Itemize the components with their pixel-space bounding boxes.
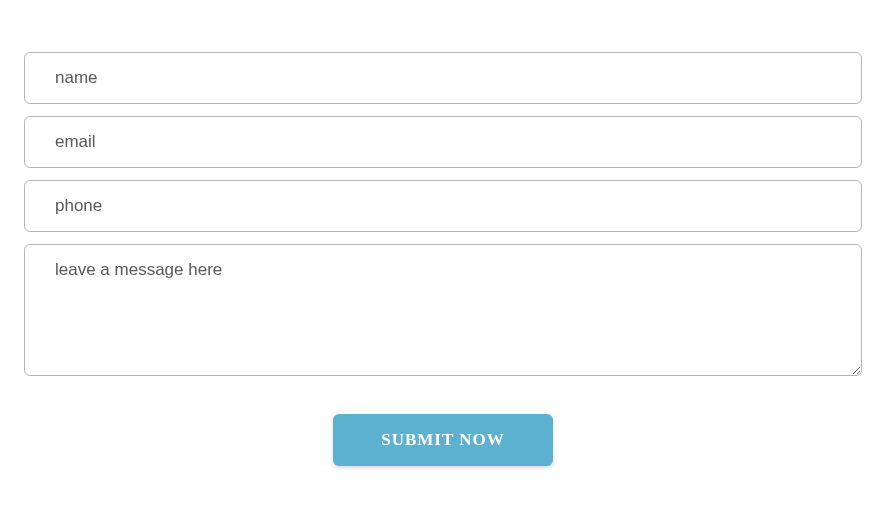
- submit-button[interactable]: SUBMIT NOW: [333, 414, 553, 466]
- message-textarea[interactable]: [24, 244, 862, 376]
- email-input[interactable]: [24, 116, 862, 168]
- submit-wrapper: SUBMIT NOW: [24, 414, 862, 466]
- contact-form: SUBMIT NOW: [24, 52, 862, 466]
- phone-input[interactable]: [24, 180, 862, 232]
- name-input[interactable]: [24, 52, 862, 104]
